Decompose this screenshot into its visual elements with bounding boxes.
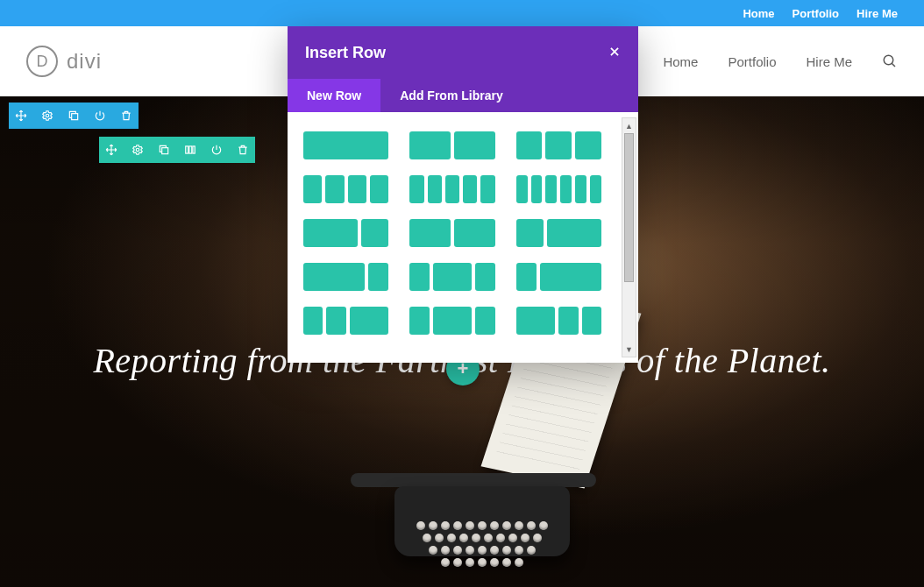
svg-rect-5 [162, 148, 168, 154]
layout-1-1-2[interactable] [303, 307, 388, 335]
topbar-link-hire-me[interactable]: Hire Me [856, 7, 898, 20]
columns-icon[interactable] [178, 137, 203, 163]
layout-1-1-wide[interactable] [409, 219, 494, 247]
trash-icon[interactable] [114, 103, 139, 129]
tab-new-row[interactable]: New Row [288, 79, 380, 112]
modal-header: Insert Row [288, 26, 638, 79]
layout-2-1[interactable] [303, 219, 388, 247]
svg-point-2 [46, 114, 49, 117]
layout-sixths[interactable] [516, 175, 601, 203]
layout-thirds[interactable] [516, 131, 601, 159]
close-icon[interactable] [608, 44, 621, 62]
secondary-nav: Home Portfolio Hire Me [0, 0, 924, 26]
layout-half-half[interactable] [409, 131, 494, 159]
scroll-thumb[interactable] [624, 133, 634, 282]
duplicate-icon[interactable] [61, 103, 86, 129]
svg-rect-3 [72, 114, 78, 120]
move-icon[interactable] [99, 137, 124, 163]
power-icon[interactable] [88, 103, 112, 129]
gear-icon[interactable] [35, 103, 60, 129]
logo-text: divi [67, 49, 102, 74]
gear-icon[interactable] [125, 137, 150, 163]
svg-rect-7 [189, 146, 192, 153]
svg-point-4 [136, 148, 139, 152]
section-toolbar [9, 103, 139, 129]
tab-add-from-library[interactable]: Add From Library [380, 79, 522, 112]
modal-tabs: New Row Add From Library [288, 79, 638, 112]
insert-row-modal: Insert Row New Row Add From Library [288, 26, 638, 363]
layout-1-2-1b[interactable] [409, 307, 494, 335]
svg-rect-8 [193, 146, 195, 153]
row-layout-grid [303, 131, 601, 335]
layout-quarters[interactable] [303, 175, 388, 203]
layout-1-2-1[interactable] [409, 263, 494, 291]
power-icon[interactable] [204, 137, 229, 163]
svg-line-1 [892, 63, 895, 67]
scroll-down-icon[interactable]: ▼ [622, 342, 636, 357]
nav-link-hire-me[interactable]: Hire Me [806, 54, 852, 69]
site-logo[interactable]: D divi [26, 46, 102, 77]
search-icon[interactable] [882, 53, 898, 69]
modal-scrollbar[interactable]: ▲ ▼ [622, 117, 636, 357]
layout-2-1-1[interactable] [516, 307, 601, 335]
row-toolbar [99, 137, 255, 163]
topbar-link-portfolio[interactable]: Portfolio [793, 7, 839, 20]
layout-1-3[interactable] [516, 263, 601, 291]
svg-rect-6 [186, 146, 188, 153]
nav-link-home[interactable]: Home [663, 54, 698, 69]
logo-mark: D [26, 46, 58, 77]
duplicate-icon[interactable] [152, 137, 176, 163]
svg-point-0 [884, 55, 893, 65]
trash-icon[interactable] [231, 137, 255, 163]
nav-link-portfolio[interactable]: Portfolio [728, 54, 776, 69]
modal-title: Insert Row [305, 44, 386, 62]
topbar-link-home[interactable]: Home [743, 7, 774, 20]
move-icon[interactable] [9, 103, 33, 129]
typewriter-image [377, 438, 605, 587]
layout-3-1[interactable] [303, 263, 388, 291]
modal-body: ▲ ▼ [288, 112, 638, 363]
layout-1-2[interactable] [516, 219, 601, 247]
scroll-up-icon[interactable]: ▲ [622, 118, 636, 133]
layout-full[interactable] [303, 131, 388, 159]
layout-fifths[interactable] [409, 175, 494, 203]
